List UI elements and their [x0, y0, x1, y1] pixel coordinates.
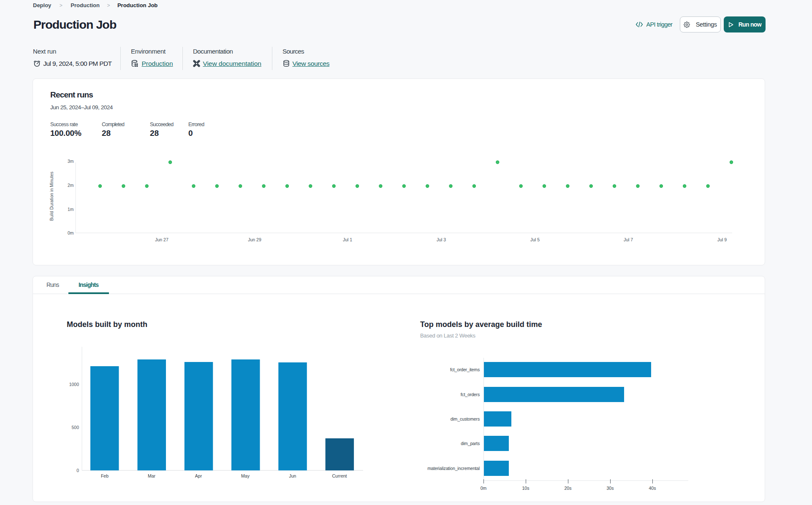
svg-text:1m: 1m	[68, 207, 74, 212]
svg-text:10s: 10s	[522, 486, 530, 491]
svg-text:0m: 0m	[68, 230, 74, 235]
svg-text:dim_parts: dim_parts	[461, 441, 480, 446]
svg-text:fct_order_items: fct_order_items	[450, 367, 480, 372]
svg-text:Current: Current	[332, 473, 347, 478]
svg-text:Jun 29: Jun 29	[248, 237, 261, 242]
svg-text:500: 500	[71, 425, 79, 430]
svg-text:20s: 20s	[565, 486, 572, 491]
svg-text:materialization_incremental: materialization_incremental	[427, 466, 480, 471]
svg-text:Mar: Mar	[148, 473, 156, 478]
svg-text:3m: 3m	[68, 159, 74, 164]
svg-text:Feb: Feb	[101, 473, 109, 478]
svg-text:Jun 27: Jun 27	[155, 237, 168, 242]
svg-text:Jul 5: Jul 5	[530, 237, 540, 242]
svg-text:40s: 40s	[649, 486, 656, 491]
svg-text:1000: 1000	[69, 382, 79, 387]
svg-text:0m: 0m	[481, 486, 487, 491]
svg-text:Jun: Jun	[289, 473, 296, 478]
svg-text:fct_orders: fct_orders	[461, 392, 480, 397]
svg-text:dim_customers: dim_customers	[451, 416, 480, 421]
svg-text:May: May	[241, 473, 250, 478]
svg-text:Build Duration in Minutes: Build Duration in Minutes	[49, 172, 54, 221]
svg-text:2m: 2m	[68, 183, 74, 188]
svg-text:Jul 1: Jul 1	[343, 237, 352, 242]
svg-text:Jul 3: Jul 3	[437, 237, 446, 242]
svg-text:Jul 9: Jul 9	[717, 237, 727, 242]
svg-text:0: 0	[76, 468, 79, 473]
svg-text:Jul 7: Jul 7	[624, 237, 633, 242]
svg-text:Apr: Apr	[195, 473, 202, 478]
svg-text:30s: 30s	[607, 486, 614, 491]
